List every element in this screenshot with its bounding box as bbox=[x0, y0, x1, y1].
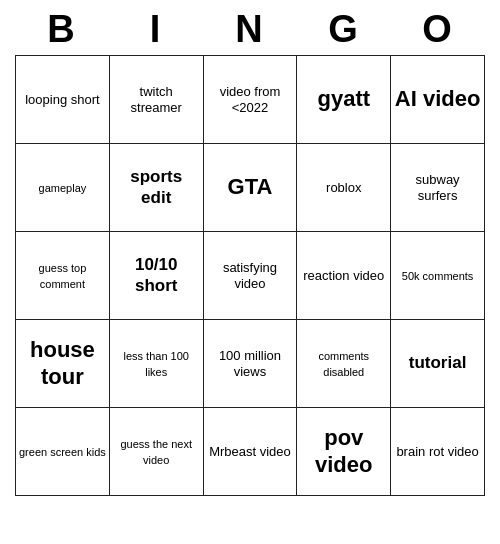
bingo-grid: looping shorttwitch streamervideo from <… bbox=[15, 55, 485, 496]
bingo-cell-4-3: pov video bbox=[297, 408, 391, 496]
bingo-cell-3-1: less than 100 likes bbox=[109, 320, 203, 408]
bingo-cell-2-0: guess top comment bbox=[16, 232, 110, 320]
bingo-cell-0-3: gyatt bbox=[297, 56, 391, 144]
bingo-cell-1-4: subway surfers bbox=[391, 144, 485, 232]
bingo-cell-3-2: 100 million views bbox=[203, 320, 297, 408]
bingo-cell-2-2: satisfying video bbox=[203, 232, 297, 320]
bingo-cell-0-0: looping short bbox=[16, 56, 110, 144]
title-i: I bbox=[113, 8, 199, 51]
bingo-cell-2-1: 10/10 short bbox=[109, 232, 203, 320]
bingo-cell-2-4: 50k comments bbox=[391, 232, 485, 320]
bingo-cell-3-0: house tour bbox=[16, 320, 110, 408]
title-n: N bbox=[207, 8, 293, 51]
bingo-cell-1-0: gameplay bbox=[16, 144, 110, 232]
bingo-cell-1-2: GTA bbox=[203, 144, 297, 232]
bingo-cell-0-2: video from <2022 bbox=[203, 56, 297, 144]
bingo-cell-0-1: twitch streamer bbox=[109, 56, 203, 144]
bingo-cell-1-1: sports edit bbox=[109, 144, 203, 232]
bingo-cell-4-1: guess the next video bbox=[109, 408, 203, 496]
bingo-cell-3-3: comments disabled bbox=[297, 320, 391, 408]
bingo-cell-2-3: reaction video bbox=[297, 232, 391, 320]
title-o: O bbox=[395, 8, 481, 51]
bingo-cell-4-2: Mrbeast video bbox=[203, 408, 297, 496]
title-b: B bbox=[19, 8, 105, 51]
bingo-cell-3-4: tutorial bbox=[391, 320, 485, 408]
bingo-cell-0-4: AI video bbox=[391, 56, 485, 144]
bingo-cell-1-3: roblox bbox=[297, 144, 391, 232]
title-g: G bbox=[301, 8, 387, 51]
bingo-cell-4-0: green screen kids bbox=[16, 408, 110, 496]
bingo-cell-4-4: brain rot video bbox=[391, 408, 485, 496]
bingo-title: B I N G O bbox=[15, 0, 485, 55]
